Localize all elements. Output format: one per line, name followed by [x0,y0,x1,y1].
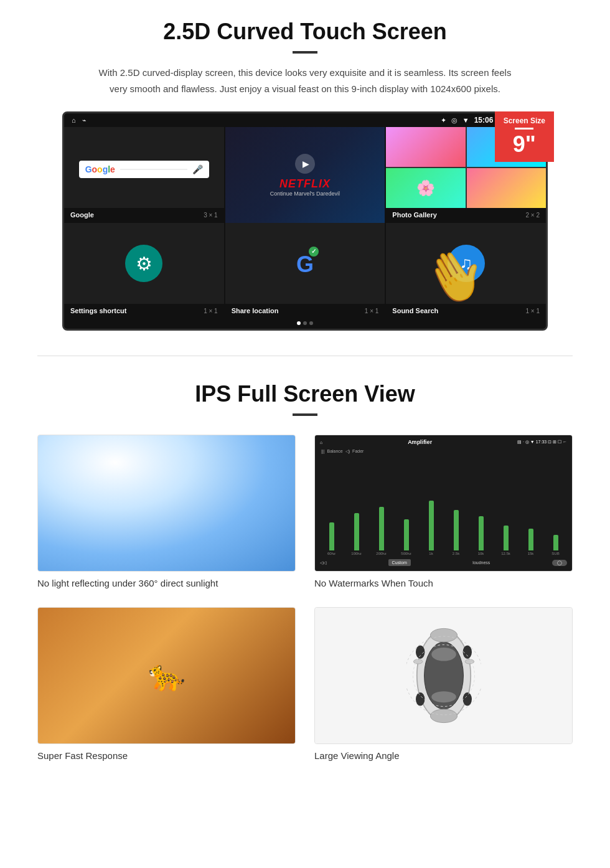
eq-bar [479,516,484,550]
loudness-label: loudness [472,560,490,565]
feature-watermark-img: ⌂ Amplifier ▤ · ◎ ▼ 17:33 ⊡ ⊞ ☐ ← ||| Ba… [314,435,573,572]
eq-bar [329,522,334,550]
svg-point-10 [416,692,425,706]
eq-bar [404,519,409,550]
feature-watermark: ⌂ Amplifier ▤ · ◎ ▼ 17:33 ⊡ ⊞ ☐ ← ||| Ba… [314,435,573,588]
gallery-label: Photo Gallery [392,211,437,219]
svg-point-7 [465,659,474,664]
eq-bar-wrap: 60hz [320,522,343,555]
dot-3 [309,321,313,325]
section-curved: 2.5D Curved Touch Screen With 2.5D curve… [37,19,573,331]
netflix-cell[interactable]: ▶ NETFLIX Continue Marvel's Daredevil Ne… [225,127,385,223]
usb-icon: ⌁ [82,116,87,125]
section-ips: IPS Full Screen View No light reflecting… [37,381,573,761]
eq-label: 2.5k [453,552,459,555]
eq-label: SUB [551,552,559,555]
feature-sunlight-img [37,435,296,572]
dot-2 [303,321,307,325]
app-grid-bottom: ⚙ Settings shortcut 1 × 1 [64,223,546,318]
eq-label: 10k [478,552,484,555]
custom-button[interactable]: Custom [388,559,411,566]
svg-point-6 [413,659,422,664]
sound-label: Sound Search [392,307,438,314]
feature-viewing: Large Viewing Angle [314,607,573,761]
eq-bar-wrap: 10k [469,516,492,555]
google-search-bar[interactable]: Google 🎤 [79,161,209,178]
settings-label-row: Settings shortcut 1 × 1 [64,304,224,318]
settings-label: Settings shortcut [70,307,126,314]
settings-icon-wrap: ⚙ [125,245,162,282]
svg-point-5 [430,709,457,723]
section2-title: IPS Full Screen View [37,381,573,407]
amp-back[interactable]: ◁◁ [320,560,326,565]
gear-icon: ⚙ [136,253,152,275]
share-label-row: Share location 1 × 1 [225,304,385,318]
status-bar: ⌂ ⌁ ✦ ◎ ▼ 15:06 ◫ ◁) ⊠ ▭ [64,113,546,127]
eq-bar-wrap: 1k [420,501,443,555]
google-label-row: Google 3 × 1 [64,208,224,222]
bluetooth-icon: ✦ [441,116,446,125]
eq-bar-wrap: SUB [544,535,567,555]
device-mockup: Screen Size 9" ⌂ ⌁ ✦ ◎ ▼ 15:06 ◫ [62,111,548,331]
eq-display: 60hz100hz200hz500hz1k2.5k10k12.5k15kSUB [319,455,568,558]
sound-size: 1 × 1 [525,308,540,314]
sky-image [38,435,295,571]
location-icon: ◎ [451,116,458,125]
mic-icon[interactable]: 🎤 [192,164,203,174]
sound-icon-wrap: ♫ [448,245,485,282]
feature-grid: No light reflecting under 360° direct su… [37,435,573,761]
loudness-toggle[interactable]: ◯ [552,560,567,566]
page-dots [64,318,546,329]
eq-bar [504,526,509,550]
share-label: Share location [232,307,279,314]
eq-bar [553,535,558,550]
status-left: ⌂ ⌁ [72,116,87,125]
sound-cell[interactable]: ♫ Sound Search 1 × 1 [386,223,546,318]
section1-title: 2.5D Curved Touch Screen [37,19,573,45]
google-cell[interactable]: Google 🎤 Google 3 × 1 [64,127,224,222]
car-top-image [315,608,572,743]
section1-desc: With 2.5D curved-display screen, this de… [93,65,517,97]
eq-label: 60hz [327,552,336,555]
eq-bar-wrap: 2.5k [444,510,467,555]
amplifier-ui: ⌂ Amplifier ▤ · ◎ ▼ 17:33 ⊡ ⊞ ☐ ← ||| Ba… [315,435,572,571]
sound-label-row: Sound Search 1 × 1 [386,304,546,318]
svg-point-2 [431,648,456,661]
device-screen: ⌂ ⌁ ✦ ◎ ▼ 15:06 ◫ ◁) ⊠ ▭ [62,111,548,331]
photo-thumb-4 [467,168,546,208]
settings-cell[interactable]: ⚙ Settings shortcut 1 × 1 [64,223,224,318]
play-button[interactable]: ▶ [295,154,315,174]
google-label: Google [70,211,94,219]
eq-bar [354,513,359,550]
status-time: 15:06 [474,116,494,125]
svg-point-4 [430,628,457,642]
netflix-subtitle: Continue Marvel's Daredevil [270,191,340,197]
settings-size: 1 × 1 [204,308,218,314]
svg-point-9 [462,645,471,659]
wifi-icon: ▼ [462,116,469,124]
google-maps-logo: G ✓ [296,250,314,278]
section1-divider [293,51,317,54]
eq-label: 1k [429,552,433,555]
amp-home: ⌂ [320,440,322,445]
svg-point-3 [431,691,456,702]
cheetah-image: 🐆 [38,608,295,743]
feature-response: 🐆 Super Fast Response [37,607,296,761]
feature-sunlight-caption: No light reflecting under 360° direct su… [37,578,296,588]
share-cell[interactable]: G ✓ Share location 1 × 1 [225,223,385,318]
feature-viewing-caption: Large Viewing Angle [314,750,573,761]
share-location-bg: G ✓ [225,223,385,304]
screen-size-value: 9" [504,132,545,157]
feature-response-img: 🐆 [37,607,296,744]
photo-thumb-1 [386,127,465,167]
netflix-logo: NETFLIX [279,177,331,191]
dot-1 [297,321,301,325]
google-size: 3 × 1 [204,212,218,219]
feature-sunlight: No light reflecting under 360° direct su… [37,435,296,588]
home-icon[interactable]: ⌂ [72,116,76,124]
eq-bar-wrap: 500hz [395,519,418,555]
feature-viewing-img [314,607,573,744]
amp-status-bar: ⌂ Amplifier ▤ · ◎ ▼ 17:33 ⊡ ⊞ ☐ ← [319,439,568,445]
section-divider-line [37,356,573,356]
amp-title: Amplifier [408,439,432,445]
